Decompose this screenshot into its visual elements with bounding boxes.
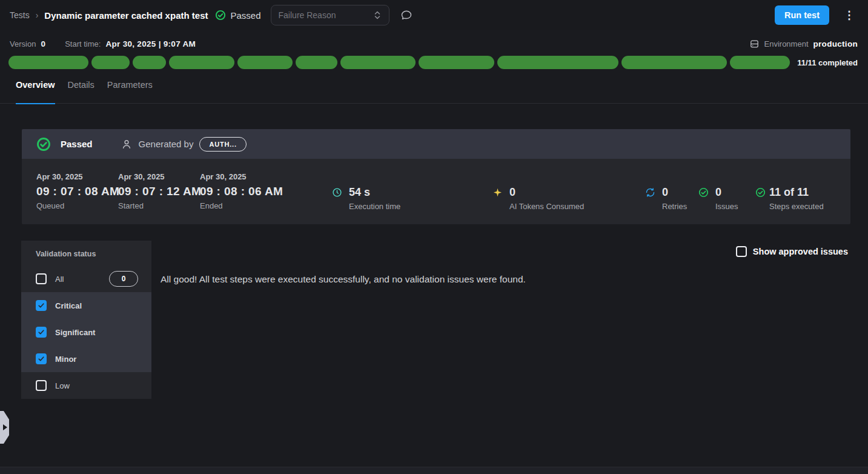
version-label: Version — [10, 39, 36, 48]
filter-label-all: All — [55, 275, 64, 284]
page-title: Dynamic parameter cached xpath test — [44, 10, 208, 21]
comment-bubble-icon — [400, 9, 412, 21]
retries-value: 0 — [662, 187, 687, 198]
validation-status-title: Validation status — [21, 241, 151, 258]
status-badge: Passed — [215, 10, 260, 21]
ended-time: Apr 30, 2025 09 : 08 : 06 AM Ended — [200, 172, 282, 210]
start-time-label: Start time: — [65, 39, 101, 48]
progress-segment — [169, 56, 234, 69]
check-icon — [38, 302, 45, 309]
passed-check-icon — [215, 10, 226, 21]
tab-bar: Overview Details Parameters — [0, 80, 868, 104]
issues-metric: 0 Issues — [698, 187, 738, 211]
sidebar-expand-handle[interactable] — [0, 411, 9, 444]
sparkle-icon — [492, 187, 503, 198]
progress-segment — [296, 56, 337, 69]
comment-button[interactable] — [400, 9, 412, 21]
filter-row-low[interactable]: Low — [21, 372, 151, 399]
checkbox-all[interactable] — [36, 273, 47, 284]
version-value: 0 — [41, 39, 45, 48]
progress-completed-text: 11/11 completed — [797, 58, 858, 67]
ai-tokens-metric: 0 AI Tokens Consumed — [492, 187, 584, 211]
issues-count-badge[interactable]: 0 — [109, 271, 138, 287]
summary-card: Passed Generated by AUTH... Apr 30, 2025… — [22, 129, 850, 224]
show-approved-label: Show approved issues — [753, 247, 848, 256]
start-time: Start time: Apr 30, 2025 | 9:07 AM — [65, 39, 196, 48]
kebab-menu-icon[interactable]: ⋮ — [840, 7, 858, 23]
checkbox-significant[interactable] — [36, 327, 47, 338]
passed-check-icon — [36, 137, 51, 152]
tab-parameters[interactable]: Parameters — [107, 80, 153, 104]
execution-time-value: 54 s — [349, 187, 400, 198]
progress-bar — [8, 56, 790, 69]
refresh-icon — [645, 187, 655, 198]
started-time: Apr 30, 2025 09 : 07 : 12 AM Started — [118, 172, 200, 210]
run-test-button[interactable]: Run test — [775, 5, 829, 25]
check-circle-icon — [755, 187, 766, 198]
ended-date: Apr 30, 2025 — [200, 172, 282, 182]
queued-date: Apr 30, 2025 — [36, 172, 118, 182]
ended-label: Ended — [200, 202, 282, 210]
summary-card-body: Apr 30, 2025 09 : 07 : 08 AM Queued Apr … — [22, 159, 850, 224]
queued-label: Queued — [36, 202, 118, 210]
started-label: Started — [118, 202, 200, 210]
failure-reason-placeholder: Failure Reason — [279, 10, 336, 20]
clock-icon — [332, 187, 342, 198]
execution-time-metric: 54 s Execution time — [332, 187, 400, 211]
checkbox-show-approved[interactable] — [736, 246, 747, 257]
progress-segment — [621, 56, 727, 69]
filter-label-minor: Minor — [55, 355, 76, 364]
all-good-message: All good! All test steps were executed s… — [161, 274, 526, 285]
failure-reason-select[interactable]: Failure Reason — [271, 5, 389, 25]
filter-row-significant[interactable]: Significant — [21, 319, 151, 345]
breadcrumb-separator-icon: › — [36, 10, 39, 20]
queued-time: Apr 30, 2025 09 : 07 : 08 AM Queued — [36, 172, 118, 210]
environment: Environment production — [749, 39, 858, 49]
progress-segment — [497, 56, 619, 69]
environment-icon — [749, 39, 760, 49]
filter-option-group: Critical Significant Minor — [21, 292, 151, 372]
summary-card-header: Passed Generated by AUTH... — [22, 129, 850, 159]
started-value: 09 : 07 : 12 AM — [118, 185, 200, 198]
tab-details[interactable]: Details — [68, 80, 94, 104]
progress-segment — [8, 56, 88, 69]
bottom-scrollbar-track[interactable] — [0, 467, 868, 474]
steps-executed-value: 11 of 11 — [769, 187, 824, 198]
filter-label-significant: Significant — [55, 328, 95, 337]
tab-overview[interactable]: Overview — [16, 80, 55, 104]
ai-tokens-value: 0 — [509, 187, 584, 198]
progress-segment — [419, 56, 494, 69]
progress-segment — [237, 56, 293, 69]
retries-label: Retries — [662, 202, 687, 211]
chevron-right-icon — [3, 424, 7, 430]
checkbox-low[interactable] — [36, 380, 47, 391]
meta-row: Version 0 Start time: Apr 30, 2025 | 9:0… — [10, 35, 858, 52]
show-approved-issues[interactable]: Show approved issues — [736, 246, 848, 257]
start-time-value: Apr 30, 2025 | 9:07 AM — [105, 39, 196, 48]
filter-row-minor[interactable]: Minor — [21, 345, 151, 372]
steps-executed-metric: 11 of 11 Steps executed — [755, 187, 824, 211]
filter-row-all[interactable]: All 0 — [21, 265, 151, 292]
filter-label-low: Low — [55, 381, 70, 390]
execution-time-label: Execution time — [349, 202, 400, 211]
progress-row: 11/11 completed — [8, 56, 858, 69]
ended-value: 09 : 08 : 06 AM — [200, 185, 282, 198]
check-icon — [38, 329, 45, 336]
issues-label: Issues — [715, 202, 738, 211]
environment-value: production — [813, 39, 858, 48]
select-chevrons-icon — [373, 10, 382, 20]
ai-tokens-label: AI Tokens Consumed — [509, 202, 584, 211]
summary-status-label: Passed — [61, 139, 93, 149]
steps-executed-label: Steps executed — [769, 202, 824, 211]
person-icon — [121, 138, 133, 150]
checkbox-critical[interactable] — [36, 300, 47, 311]
generated-by-badge[interactable]: AUTH... — [199, 137, 246, 152]
breadcrumb-tests[interactable]: Tests — [10, 10, 30, 20]
retries-metric: 0 Retries — [645, 187, 687, 211]
check-circle-icon — [698, 187, 709, 198]
filter-row-critical[interactable]: Critical — [21, 292, 151, 319]
checkbox-minor[interactable] — [36, 353, 47, 364]
queued-value: 09 : 07 : 08 AM — [36, 185, 118, 198]
progress-segment — [133, 56, 166, 69]
top-bar: Tests › Dynamic parameter cached xpath t… — [0, 0, 868, 30]
